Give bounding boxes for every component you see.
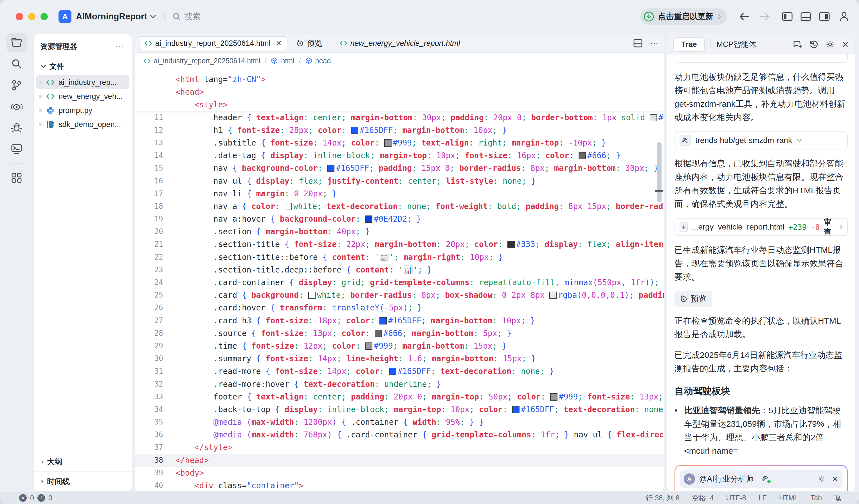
code-line[interactable]: 12 h1 { font-size: 28px; color: #165DFF;… xyxy=(135,124,664,137)
notifications-muted-icon[interactable] xyxy=(834,494,842,502)
indent-type[interactable]: Tab xyxy=(811,494,822,502)
chevron-down-icon[interactable] xyxy=(797,139,802,142)
tools-status-icon[interactable] xyxy=(762,475,770,483)
eol-type[interactable]: LF xyxy=(758,494,767,502)
code-line[interactable]: 38</head> xyxy=(135,454,664,467)
tab-mcp[interactable]: MCP xyxy=(717,40,734,49)
code-line[interactable]: 34 .back-to-top { display: inline-block;… xyxy=(135,403,664,416)
code-line[interactable]: 29 .time { font-size: 12px; color: #999;… xyxy=(135,340,664,352)
source-control-activity-icon[interactable] xyxy=(6,76,27,94)
code-line[interactable]: 40 <div class="container"> xyxy=(135,479,664,491)
code-line[interactable]: 17 nav li { margin: 0 20px; } xyxy=(135,187,664,200)
code-line[interactable]: 27 .card h3 { font-size: 18px; color: #1… xyxy=(135,314,664,327)
search-activity-icon[interactable] xyxy=(6,54,27,73)
code-line[interactable]: 19 nav a:hover { background-color: #0E42… xyxy=(135,213,664,225)
project-name[interactable]: AIMorningReport xyxy=(76,12,147,22)
code-line[interactable]: 15 nav { background-color: #165DFF; padd… xyxy=(135,162,664,174)
code-line[interactable]: 16 nav ul { display: flex; justify-conte… xyxy=(135,175,664,187)
code-line[interactable]: 31 .read-more { font-size: 14px; color: … xyxy=(135,365,664,378)
minimize-window-button[interactable] xyxy=(28,13,35,20)
review-button[interactable]: 审查 xyxy=(824,217,836,237)
code-editor[interactable]: <html lang="zh-CN"><head> <style> 11 hea… xyxy=(135,68,664,491)
settings-gear-icon[interactable] xyxy=(826,40,834,49)
timeline-section-header[interactable]: › 时间线 xyxy=(34,471,132,491)
encoding[interactable]: UTF-8 xyxy=(726,494,746,502)
global-search[interactable]: 搜索 xyxy=(172,11,200,22)
editor-scrollbar[interactable] xyxy=(657,142,662,203)
maximize-window-button[interactable] xyxy=(41,13,48,20)
code-line[interactable]: 24 .card-container { display: grid; grid… xyxy=(135,276,664,289)
cursor-position[interactable]: 行 38, 列 8 xyxy=(646,493,680,503)
code-line[interactable]: <html lang="zh-CN"> xyxy=(135,73,664,86)
code-line[interactable]: 30 .summary { font-size: 14px; line-heig… xyxy=(135,352,664,365)
warnings-icon[interactable]: ! xyxy=(37,494,45,502)
edited-file-card[interactable]: + ...ergy_vehicle_report.html +239 -0 审查 xyxy=(675,218,848,236)
tab-preview[interactable]: 预览 xyxy=(291,36,327,50)
close-window-button[interactable] xyxy=(16,13,23,20)
code-icon xyxy=(144,59,150,63)
terminal-activity-icon[interactable] xyxy=(6,140,27,158)
file-item[interactable]: ai_industry_rep... xyxy=(36,75,130,89)
preview-activity-icon[interactable] xyxy=(6,97,27,116)
code-line[interactable]: 18 nav a { color: white; text-decoration… xyxy=(135,200,664,213)
language-mode[interactable]: HTML xyxy=(779,494,798,502)
code-line[interactable]: 33 footer { text-align: center; padding:… xyxy=(135,391,664,403)
tab-agents[interactable]: 智能体 xyxy=(734,39,756,49)
more-actions-icon[interactable]: ··· xyxy=(650,39,658,48)
forward-button[interactable] xyxy=(759,13,770,20)
files-section-header[interactable]: 文件 xyxy=(34,54,132,75)
code-line[interactable]: 37 </style> xyxy=(135,441,664,454)
chat-input-box: A @AI行业分析师 ✕ 您正在与 AI行业分析师 xyxy=(675,465,848,491)
debug-activity-icon[interactable] xyxy=(6,119,27,137)
code-line[interactable]: <head> xyxy=(135,86,664,98)
agent-mention[interactable]: @AI行业分析师 xyxy=(699,474,754,484)
tab-ai-industry-report[interactable]: ai_industry_report_20250614.html ✕ xyxy=(139,36,287,50)
tab-trae[interactable]: Trae xyxy=(673,37,705,52)
file-item[interactable]: sdk_demo_open... xyxy=(36,117,130,131)
tab-new-energy-report[interactable]: new_energy_vehicle_report.html xyxy=(335,36,465,50)
toggle-right-sidebar-icon[interactable] xyxy=(819,12,830,21)
mcp-tool-call-card[interactable]: trends-hub/get-smzdm-rank xyxy=(675,131,848,149)
code-line[interactable]: 23 .section-title.deep::before { content… xyxy=(135,264,664,276)
breadcrumb-node[interactable]: head xyxy=(315,57,331,65)
code-line[interactable]: 36 @media (max-width: 768px) { .card-con… xyxy=(135,428,664,441)
code-line[interactable]: 20 .section { margin-bottom: 40px; } xyxy=(135,225,664,238)
code-line[interactable]: 22 .section-title::before { content: '📰'… xyxy=(135,251,664,264)
account-icon[interactable] xyxy=(839,12,849,22)
breadcrumb-file[interactable]: ai_industry_report_20250614.html xyxy=(154,57,260,65)
code-line[interactable]: <style> xyxy=(135,98,664,111)
toggle-left-sidebar-icon[interactable] xyxy=(782,12,793,21)
code-line[interactable]: 11 header { text-align: center; margin-b… xyxy=(135,111,664,124)
agent-settings-gear-icon[interactable] xyxy=(818,475,826,483)
more-actions-icon[interactable]: ··· xyxy=(115,42,125,51)
preview-action-chip[interactable]: 预览 xyxy=(675,291,712,307)
code-line[interactable]: 26 .card:hover { transform: translateY(-… xyxy=(135,301,664,314)
outline-section-header[interactable]: › 大纲 xyxy=(34,452,132,471)
code-line[interactable]: 39<body> xyxy=(135,467,664,479)
close-tab-icon[interactable]: ✕ xyxy=(276,39,282,48)
code-line[interactable]: 21 .section-title { font-size: 22px; mar… xyxy=(135,238,664,251)
file-item[interactable]: new_energy_veh... xyxy=(36,89,130,104)
code-line[interactable]: 35 @media (max-width: 1200px) { .contain… xyxy=(135,416,664,428)
explorer-activity-icon[interactable] xyxy=(6,33,27,52)
history-icon[interactable] xyxy=(809,40,818,49)
chevron-down-icon[interactable] xyxy=(150,15,156,18)
back-button[interactable] xyxy=(739,13,749,20)
close-agent-icon[interactable]: ✕ xyxy=(832,474,839,484)
errors-icon[interactable]: ✕ xyxy=(19,494,27,502)
code-line[interactable]: 32 .read-more:hover { text-decoration: u… xyxy=(135,378,664,391)
breadcrumb[interactable]: ai_industry_report_20250614.html / html … xyxy=(135,53,664,68)
code-line[interactable]: 13 .subtitle { font-size: 14px; color: #… xyxy=(135,137,664,149)
toggle-bottom-panel-icon[interactable] xyxy=(800,12,811,21)
new-chat-icon[interactable] xyxy=(793,40,802,49)
code-line[interactable]: 25 .card { background: white; border-rad… xyxy=(135,289,664,301)
indent-spaces[interactable]: 空格: 4 xyxy=(692,493,714,503)
extensions-activity-icon[interactable] xyxy=(6,169,27,187)
split-editor-icon[interactable] xyxy=(633,39,643,47)
close-panel-icon[interactable]: ✕ xyxy=(842,40,849,49)
code-line[interactable]: 14 .date-tag { display: inline-block; ma… xyxy=(135,149,664,162)
code-line[interactable]: 28 .source { font-size: 13px; color: #66… xyxy=(135,327,664,340)
breadcrumb-node[interactable]: html xyxy=(281,57,294,65)
restart-to-update-button[interactable]: 点击重启以更新 xyxy=(640,9,727,25)
file-item[interactable]: prompt.py xyxy=(36,104,130,117)
